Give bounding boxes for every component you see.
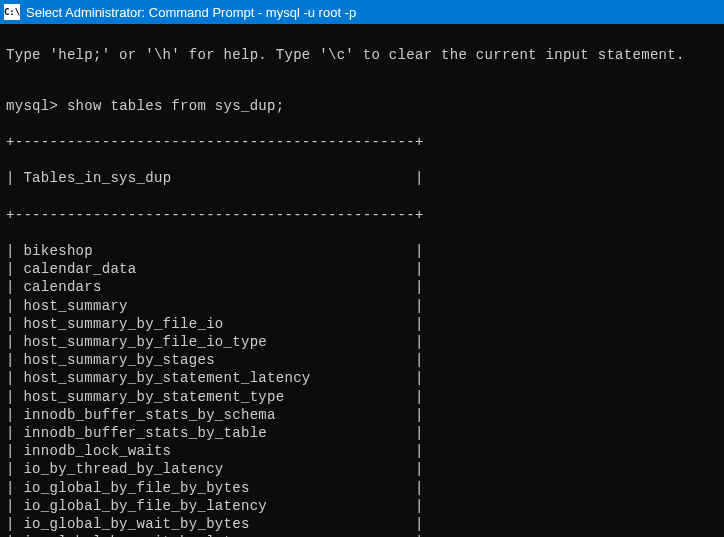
- table-border-top: +---------------------------------------…: [6, 133, 718, 151]
- table-row: | io_global_by_wait_by_bytes |: [6, 515, 718, 533]
- window-title: Select Administrator: Command Prompt - m…: [26, 5, 356, 20]
- table-row: | innodb_buffer_stats_by_schema |: [6, 406, 718, 424]
- prompt-line: mysql> show tables from sys_dup;: [6, 97, 718, 115]
- table-row: | innodb_buffer_stats_by_table |: [6, 424, 718, 442]
- table-border-mid: +---------------------------------------…: [6, 206, 718, 224]
- table-row: | calendars |: [6, 278, 718, 296]
- table-row: | host_summary_by_file_io_type |: [6, 333, 718, 351]
- table-row: | io_by_thread_by_latency |: [6, 460, 718, 478]
- table-row: | host_summary_by_stages |: [6, 351, 718, 369]
- table-row: | calendar_data |: [6, 260, 718, 278]
- table-row: | io_global_by_file_by_bytes |: [6, 479, 718, 497]
- table-row: | host_summary_by_file_io |: [6, 315, 718, 333]
- command-text: show tables from sys_dup;: [67, 98, 285, 114]
- table-header-row: | Tables_in_sys_dup |: [6, 169, 718, 187]
- table-row: | io_global_by_wait_by_latency |: [6, 533, 718, 537]
- table-body: | bikeshop || calendar_data || calendars…: [6, 242, 718, 537]
- table-row: | host_summary_by_statement_latency |: [6, 369, 718, 387]
- table-row: | io_global_by_file_by_latency |: [6, 497, 718, 515]
- help-text: Type 'help;' or '\h' for help. Type '\c'…: [6, 46, 718, 64]
- row-suffix: |: [171, 170, 423, 186]
- table-row: | innodb_lock_waits |: [6, 442, 718, 460]
- row-prefix: |: [6, 170, 23, 186]
- terminal-output[interactable]: Type 'help;' or '\h' for help. Type '\c'…: [0, 24, 724, 537]
- mysql-prompt: mysql>: [6, 98, 67, 114]
- table-row: | host_summary_by_statement_type |: [6, 388, 718, 406]
- window-titlebar[interactable]: C:\ Select Administrator: Command Prompt…: [0, 0, 724, 24]
- table-row: | host_summary |: [6, 297, 718, 315]
- table-row: | bikeshop |: [6, 242, 718, 260]
- cmd-icon: C:\: [4, 4, 20, 20]
- header-label: Tables_in_sys_dup: [23, 170, 171, 186]
